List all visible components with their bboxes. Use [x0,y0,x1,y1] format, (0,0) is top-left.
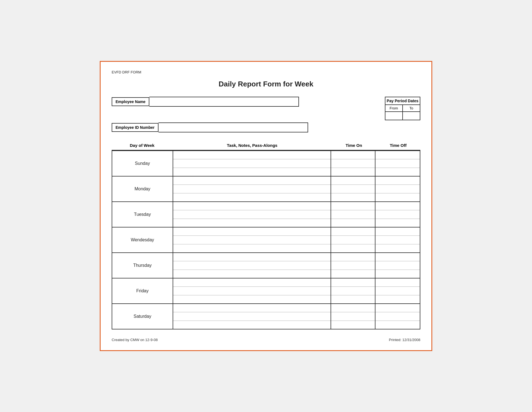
task-line [173,159,331,168]
task-line [173,278,331,287]
time-on-cell-thursday[interactable] [331,253,375,278]
table-row: Monday [112,176,420,202]
task-cell-wednesday[interactable] [173,227,331,252]
time-line [331,185,375,193]
task-cell-monday[interactable] [173,176,331,201]
time-off-cell-wednesday[interactable] [375,227,420,252]
time-line [331,312,375,321]
day-label-tuesday: Tuesday [112,202,173,227]
time-line [331,270,375,278]
time-on-cell-sunday[interactable] [331,151,375,176]
time-line [375,321,420,329]
time-line [375,176,420,185]
time-line [375,261,420,270]
task-line [173,185,331,193]
time-line [331,219,375,227]
time-off-cell-tuesday[interactable] [375,202,420,227]
task-line [173,270,331,278]
time-line [375,244,420,252]
task-line [173,227,331,236]
pay-from-input[interactable] [385,111,403,120]
time-line [331,176,375,185]
time-line [331,159,375,168]
table-row: Thursday [112,253,420,278]
footer-created: Created by CMW on 12-9-08 [112,338,158,342]
time-off-cell-friday[interactable] [375,278,420,303]
time-line [375,227,420,236]
task-line [173,253,331,261]
pay-to-input[interactable] [403,111,420,120]
employee-id-field-row: Employee ID Number [112,122,308,132]
task-line [173,244,331,252]
employee-name-input[interactable] [149,97,299,107]
time-off-cell-sunday[interactable] [375,151,420,176]
day-label-monday: Monday [112,176,173,201]
pay-period-inputs [385,111,420,120]
footer: Created by CMW on 12-9-08 Printed: 12/31… [112,338,420,342]
day-label-friday: Friday [112,278,173,303]
page-wrapper: EVFD DRF FORM Daily Report Form for Week… [100,61,432,351]
time-line [375,287,420,295]
pay-period-title: Pay Period Dates [385,97,420,105]
time-line [331,287,375,295]
time-off-cell-monday[interactable] [375,176,420,201]
task-line [173,312,331,321]
table-row: Saturday [112,304,420,329]
time-line [375,193,420,201]
pay-period-section: Pay Period Dates From To [385,97,420,120]
time-on-cell-monday[interactable] [331,176,375,201]
task-cell-saturday[interactable] [173,304,331,329]
time-off-cell-thursday[interactable] [375,253,420,278]
time-line [375,278,420,287]
time-line [375,159,420,168]
time-line [375,236,420,244]
task-line [173,151,331,159]
employee-id-input[interactable] [158,122,308,132]
time-line [375,202,420,210]
time-line [331,304,375,312]
time-line [331,261,375,270]
task-line [173,210,331,219]
time-on-cell-saturday[interactable] [331,304,375,329]
task-line [173,304,331,312]
time-line [375,168,420,176]
time-on-cell-tuesday[interactable] [331,202,375,227]
task-line [173,236,331,244]
col-header-task: Task, Notes, Pass-Alongs [173,141,332,150]
main-table: Sunday Monday [112,150,420,329]
col-header-time-off: Time Off [376,141,420,150]
task-cell-sunday[interactable] [173,151,331,176]
time-line [375,219,420,227]
time-line [331,278,375,287]
task-line [173,219,331,227]
time-line [331,253,375,261]
day-label-thursday: Thursday [112,253,173,278]
employee-name-label: Employee Name [112,97,149,106]
time-line [375,253,420,261]
col-header-day: Day of Week [112,141,173,150]
task-line [173,168,331,176]
employee-id-label: Employee ID Number [112,123,158,132]
time-on-cell-wednesday[interactable] [331,227,375,252]
task-cell-thursday[interactable] [173,253,331,278]
time-line [331,210,375,219]
col-header-time-on: Time On [332,141,376,150]
employee-name-row: Employee Name [112,97,299,107]
time-line [331,193,375,201]
time-line [375,295,420,303]
time-line [331,151,375,159]
table-row: Sunday [112,151,420,176]
time-line [375,304,420,312]
time-line [375,185,420,193]
time-line [331,295,375,303]
time-off-cell-saturday[interactable] [375,304,420,329]
time-line [331,244,375,252]
time-line [375,270,420,278]
time-line [331,321,375,329]
task-line [173,193,331,201]
task-cell-tuesday[interactable] [173,202,331,227]
time-on-cell-friday[interactable] [331,278,375,303]
task-cell-friday[interactable] [173,278,331,303]
footer-printed: Printed: 12/31/2008 [389,338,420,342]
time-line [331,168,375,176]
